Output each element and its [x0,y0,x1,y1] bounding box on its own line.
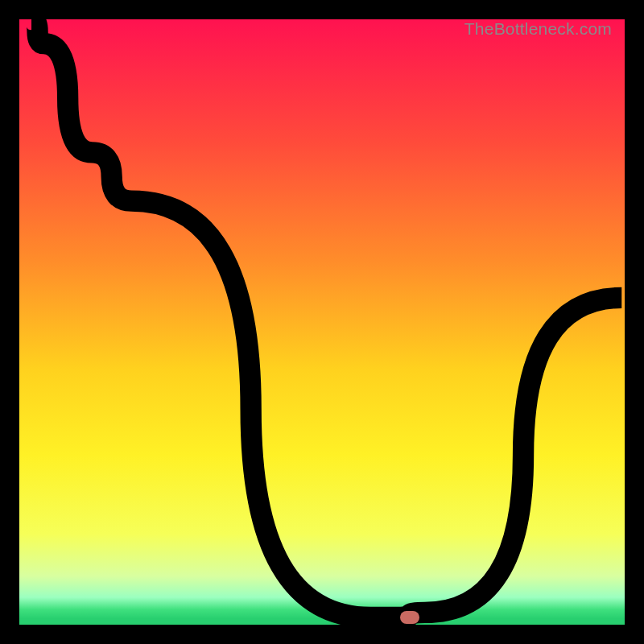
optimal-marker [400,611,420,624]
plot-area: TheBottleneck.com [19,19,625,625]
watermark-text: TheBottleneck.com [464,19,612,39]
bottleneck-curve [19,19,625,625]
